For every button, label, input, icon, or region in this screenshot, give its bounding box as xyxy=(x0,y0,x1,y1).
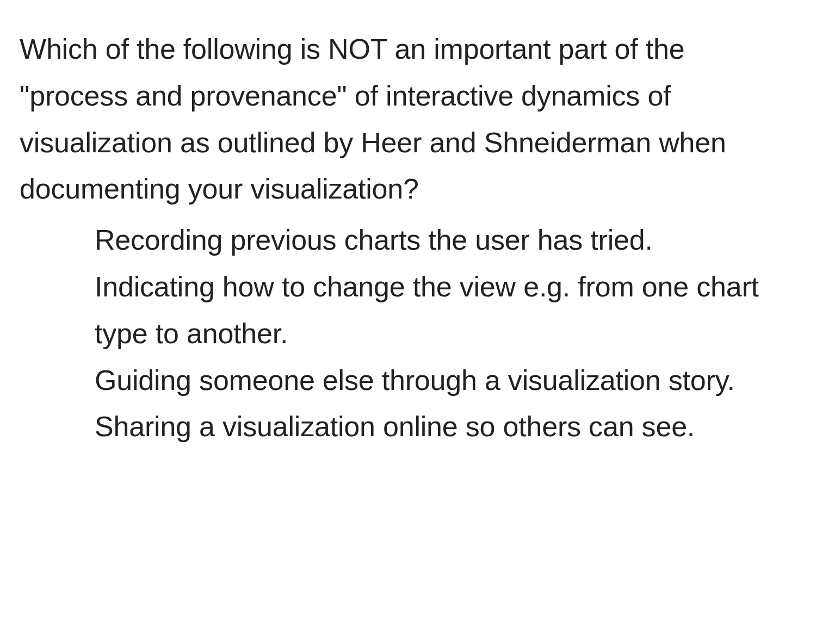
option-a[interactable]: Recording previous charts the user has t… xyxy=(95,217,796,264)
option-d[interactable]: Sharing a visualization online so others… xyxy=(95,404,796,450)
option-c[interactable]: Guiding someone else through a visualiza… xyxy=(95,357,796,404)
question-page: Which of the following is NOT an importa… xyxy=(0,0,816,450)
options-list: Recording previous charts the user has t… xyxy=(20,217,796,450)
question-stem: Which of the following is NOT an importa… xyxy=(20,26,796,213)
option-b[interactable]: Indicating how to change the view e.g. f… xyxy=(95,264,796,357)
